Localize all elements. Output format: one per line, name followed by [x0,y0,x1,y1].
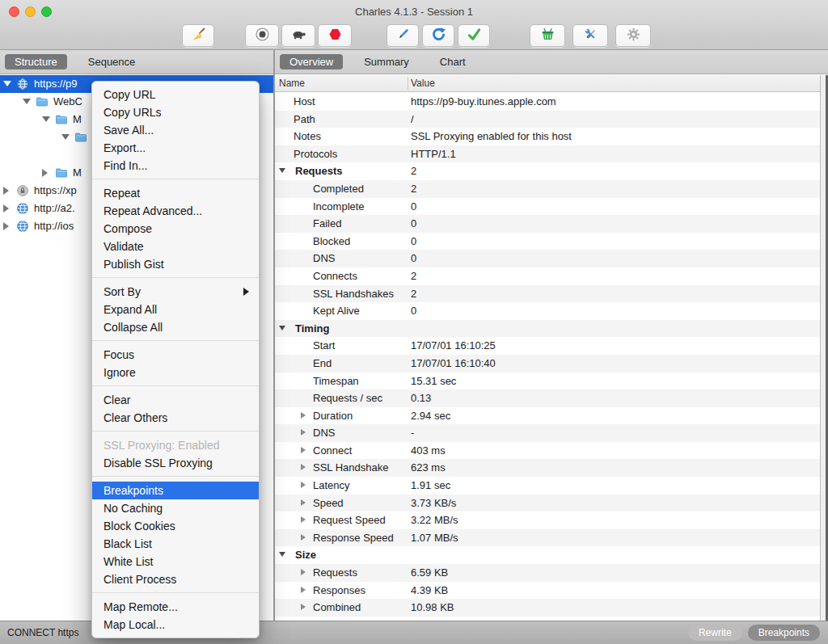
table-row-duration[interactable]: Duration2.94 sec [275,407,820,425]
table-row-timespan[interactable]: Timespan15.31 sec [275,373,820,390]
menu-item-save-all[interactable]: Save All... [92,121,259,139]
menu-item-no-caching[interactable]: No Caching [92,499,259,517]
menu-item-white-list[interactable]: White List [92,553,259,570]
disclosure-right-icon[interactable] [301,499,306,506]
menu-item-clear-others[interactable]: Clear Others [92,409,259,427]
menu-item-block-cookies[interactable]: Block Cookies [92,517,259,535]
menu-item-repeat[interactable]: Repeat [92,184,259,202]
table-row-blocked[interactable]: Blocked0 [275,233,820,250]
menu-item-client-process[interactable]: Client Process [92,570,259,588]
table-row-dns[interactable]: DNS0 [275,250,820,267]
disclosure-down-icon[interactable] [42,116,50,122]
table-row-host[interactable]: Hosthttps://p9-buy.itunes.apple.com [275,93,820,111]
table-row-requests[interactable]: Requests6.59 KB [275,564,820,582]
throttle-button[interactable] [281,24,315,47]
table-row-requests[interactable]: Requests2 [275,162,820,180]
table-row-path[interactable]: Path/ [275,111,820,128]
table-row-completed[interactable]: Completed2 [275,180,820,198]
table-row-notes[interactable]: NotesSSL Proxying enabled for this host [275,128,820,145]
column-header-name[interactable]: Name [279,78,305,89]
menu-item-black-list[interactable]: Black List [92,535,259,553]
table-row-kept-alive[interactable]: Kept Alive0 [275,302,820,320]
disclosure-right-icon[interactable] [42,169,48,177]
menu-item-repeat-advanced[interactable]: Repeat Advanced... [92,202,259,220]
panel-divider[interactable] [273,50,275,621]
disclosure-down-icon[interactable] [279,326,285,330]
disclosure-right-icon[interactable] [301,534,306,541]
table-row-protocols[interactable]: ProtocolsHTTP/1.1 [275,145,820,163]
disclosure-right-icon[interactable] [301,464,306,470]
menu-item-map-remote[interactable]: Map Remote... [92,598,259,616]
menu-item-copy-url[interactable]: Copy URL [92,86,259,103]
menu-item-validate[interactable]: Validate [92,238,259,255]
table-row-incomplete[interactable]: Incomplete0 [275,198,820,216]
table-row-end[interactable]: End17/07/01 16:10:40 [275,355,820,373]
tab-sequence[interactable]: Sequence [78,54,146,69]
settings-button[interactable] [615,24,651,47]
disclosure-down-icon[interactable] [61,134,70,140]
menu-item-clear[interactable]: Clear [92,391,259,409]
menu-item-copy-urls[interactable]: Copy URLs [92,103,259,121]
menu-item-collapse-all[interactable]: Collapse All [92,318,259,336]
disclosure-right-icon[interactable] [3,187,9,195]
clear-session-button[interactable] [182,24,214,47]
menu-item-ignore[interactable]: Ignore [92,364,259,381]
table-row-size[interactable]: Size [275,546,820,564]
table-row-start[interactable]: Start17/07/01 16:10:25 [275,337,820,355]
menu-item-map-local[interactable]: Map Local... [92,616,259,633]
disclosure-down-icon[interactable] [279,168,285,173]
rewrite-status-button[interactable]: Rewrite [688,625,742,641]
validate-button[interactable] [458,24,490,47]
disclosure-down-icon[interactable] [279,552,285,557]
disclosure-right-icon[interactable] [301,482,306,488]
disclosure-right-icon[interactable] [301,447,306,453]
menu-item-compose[interactable]: Compose [92,220,259,238]
table-row-connects[interactable]: Connects2 [275,267,820,285]
disclosure-right-icon[interactable] [301,569,306,575]
disclosure-down-icon[interactable] [3,81,11,86]
tab-structure[interactable]: Structure [5,54,67,69]
table-row-ssl-handshakes[interactable]: SSL Handshakes2 [275,285,820,303]
disclosure-right-icon[interactable] [3,204,9,213]
table-row-combined[interactable]: Combined10.98 KB [275,599,820,617]
repeat-button[interactable] [422,24,454,47]
disclosure-right-icon[interactable] [301,516,306,523]
table-row-failed[interactable]: Failed0 [275,215,820,233]
tab-chart[interactable]: Chart [430,54,475,69]
table-row-dns[interactable]: DNS- [275,424,820,442]
tab-overview[interactable]: Overview [280,54,343,69]
compose-button[interactable] [387,24,419,47]
menu-item-expand-all[interactable]: Expand All [92,301,259,318]
tools-button[interactable] [572,24,608,47]
table-row-response-speed[interactable]: Response Speed1.07 MB/s [275,529,820,547]
disclosure-right-icon[interactable] [301,587,306,593]
disclosure-right-icon[interactable] [301,604,306,610]
record-button[interactable] [245,24,279,47]
table-row-speed[interactable]: Speed3.73 KB/s [275,495,820,512]
disclosure-down-icon[interactable] [23,99,31,104]
disclosure-right-icon[interactable] [301,412,306,419]
disclosure-right-icon[interactable] [3,222,9,230]
shop-button[interactable] [530,24,565,47]
menu-item-publish-gist[interactable]: Publish Gist [92,255,259,273]
menu-item-breakpoints[interactable]: Breakpoints [92,482,259,499]
table-row-ssl-handshake[interactable]: SSL Handshake623 ms [275,459,820,477]
table-row-requests-sec[interactable]: Requests / sec0.13 [275,389,820,407]
table-row-timing[interactable]: Timing [275,320,820,338]
column-divider[interactable] [408,77,408,90]
table-row-latency[interactable]: Latency1.91 sec [275,477,820,495]
table-row-connect[interactable]: Connect403 ms [275,442,820,460]
column-header-value[interactable]: Value [411,78,435,89]
disclosure-right-icon[interactable] [301,429,306,436]
breakpoints-status-button[interactable]: Breakpoints [748,625,820,641]
menu-item-disable-ssl-proxying[interactable]: Disable SSL Proxying [92,454,259,472]
vertical-scrollbar[interactable] [820,75,828,621]
table-row-request-speed[interactable]: Request Speed3.22 MB/s [275,511,820,529]
menu-item-export[interactable]: Export... [92,139,259,157]
tab-summary[interactable]: Summary [354,54,419,69]
menu-item-find-in[interactable]: Find In... [92,157,259,175]
menu-item-sort-by[interactable]: Sort By [92,283,259,301]
menu-item-focus[interactable]: Focus [92,346,259,364]
breakpoints-toggle-button[interactable] [318,24,352,47]
table-row-responses[interactable]: Responses4.39 KB [275,582,820,600]
